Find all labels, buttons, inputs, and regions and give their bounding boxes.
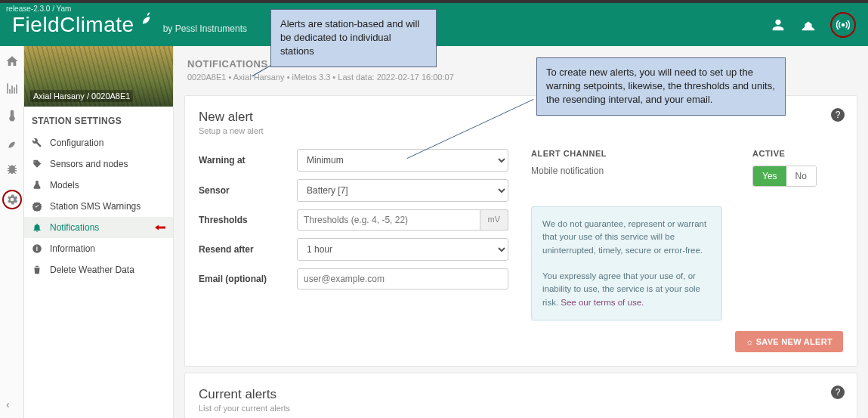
rail-leaf-icon[interactable] xyxy=(5,135,20,150)
svg-text:i: i xyxy=(36,246,38,252)
thresholds-unit: mV xyxy=(480,209,509,231)
red-arrow-icon xyxy=(155,222,165,233)
sidebar-item-notifications[interactable]: Notifications xyxy=(24,217,173,238)
email-input[interactable] xyxy=(297,268,508,290)
current-sub: List of your current alerts xyxy=(199,404,843,413)
icon-rail: ‹ xyxy=(0,46,24,418)
rail-temp-icon[interactable] xyxy=(5,108,20,123)
warning-select[interactable]: Minimum xyxy=(297,149,508,172)
help-icon[interactable]: ? xyxy=(831,385,845,399)
active-no[interactable]: No xyxy=(786,166,816,186)
tag-icon xyxy=(32,159,42,169)
farm-icon[interactable] xyxy=(800,17,817,33)
info-icon: i xyxy=(32,243,42,254)
rail-bug-icon[interactable] xyxy=(5,163,20,178)
callout-stations: Alerts are station-based and will be ded… xyxy=(270,9,437,67)
current-title: Current alerts xyxy=(199,387,843,402)
rail-home-icon[interactable] xyxy=(5,54,20,69)
broadcast-icon-circled[interactable] xyxy=(830,12,856,38)
wrench-icon xyxy=(32,138,42,148)
new-alert-card: ? New alert Setup a new alert Warning at… xyxy=(184,95,857,367)
sidebar-item-delete[interactable]: Delete Weather Data xyxy=(24,259,173,280)
sidebar-item-sensors[interactable]: Sensors and nodes xyxy=(24,153,173,175)
terms-link[interactable]: See our terms of use. xyxy=(561,298,644,307)
rail-chart-icon[interactable] xyxy=(5,81,20,96)
active-yes[interactable]: Yes xyxy=(753,166,786,186)
station-banner[interactable]: Axial Harsany / 0020A8E1 xyxy=(24,46,173,107)
sidebar-heading: STATION SETTINGS xyxy=(24,107,173,132)
broadcast-icon xyxy=(836,18,850,32)
flask-icon xyxy=(32,180,42,190)
sidebar-item-sms[interactable]: Station SMS Warnings xyxy=(24,196,173,217)
new-alert-sub: Setup a new alert xyxy=(199,126,843,135)
user-icon[interactable] xyxy=(770,17,786,33)
active-toggle[interactable]: Yes No xyxy=(752,166,817,187)
rail-collapse-icon[interactable]: ‹ xyxy=(6,398,10,410)
help-icon[interactable]: ? xyxy=(831,108,845,122)
channel-val: Mobile notification xyxy=(531,166,722,176)
callout-setup: To create new alerts, you will need to s… xyxy=(536,57,786,116)
rail-gear-icon[interactable] xyxy=(5,192,20,207)
sidebar-item-information[interactable]: i Information xyxy=(24,238,173,259)
sidebar: Axial Harsany / 0020A8E1 STATION SETTING… xyxy=(24,46,174,418)
leaf-icon xyxy=(139,11,154,26)
bell-icon xyxy=(32,222,42,233)
svg-point-0 xyxy=(842,23,845,26)
sidebar-item-models[interactable]: Models xyxy=(24,175,173,196)
channel-head: ALERT CHANNEL xyxy=(531,149,722,158)
release-tag: release-2.3.0 / Yam xyxy=(6,5,71,13)
thresholds-label: Thresholds xyxy=(199,215,297,225)
email-label: Email (optional) xyxy=(199,274,297,284)
station-label: Axial Harsany / 0020A8E1 xyxy=(30,90,133,102)
logo[interactable]: FieldClimate by Pessl Instruments xyxy=(12,13,247,37)
save-new-alert-button[interactable]: SAVE NEW ALERT xyxy=(735,331,843,352)
warning-label: Warning at xyxy=(199,155,297,166)
active-head: ACTIVE xyxy=(752,149,843,158)
trash-icon xyxy=(32,265,42,275)
rail-gear-circled xyxy=(2,190,22,209)
check-badge-icon xyxy=(32,201,42,212)
resend-select[interactable]: 1 hour xyxy=(297,238,508,261)
sensor-label: Sensor xyxy=(199,185,297,196)
disclaimer-box: We do not guarantee, represent or warran… xyxy=(531,206,722,320)
current-alerts-card: ? Current alerts List of your current al… xyxy=(184,373,857,418)
sensor-select[interactable]: Battery [7] xyxy=(297,179,508,202)
sidebar-item-configuration[interactable]: Configuration xyxy=(24,132,173,153)
thresholds-input[interactable] xyxy=(297,209,480,231)
resend-label: Resend after xyxy=(199,244,297,255)
